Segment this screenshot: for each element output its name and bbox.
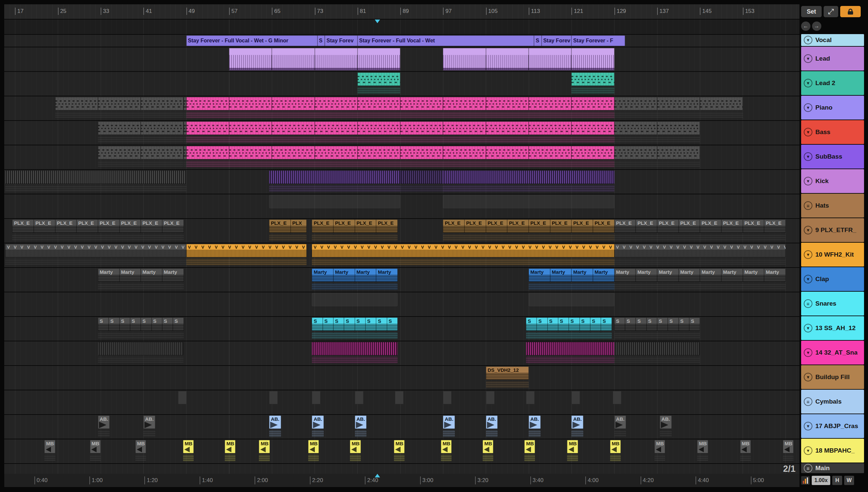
clip[interactable]: PLX_E — [12, 220, 34, 233]
track-header-10-wfh2-kit[interactable]: ▾10 WFH2_Kit — [801, 243, 864, 267]
clip[interactable] — [184, 146, 187, 159]
fold-chevron-icon[interactable]: ▾ — [804, 446, 812, 455]
clip[interactable]: PLX_E — [76, 220, 98, 233]
clip[interactable] — [141, 122, 183, 135]
time-ruler[interactable]: 0:401:001:201:402:002:202:403:003:203:40… — [4, 474, 799, 487]
clip[interactable] — [269, 171, 400, 184]
clip[interactable]: Marty — [721, 269, 743, 282]
clip[interactable]: S — [141, 318, 151, 331]
clip[interactable] — [614, 122, 657, 135]
clip[interactable] — [400, 122, 443, 135]
clip[interactable]: PLX_E — [571, 220, 593, 233]
fold-chevron-icon[interactable]: ▾ — [804, 128, 812, 137]
track-header-lead-2[interactable]: ▾Lead 2 — [801, 71, 864, 95]
lock-button[interactable] — [840, 6, 861, 17]
clip[interactable] — [269, 195, 400, 208]
clip[interactable]: AB. — [312, 416, 324, 429]
clip[interactable] — [400, 171, 443, 184]
clip[interactable]: PLX_E — [657, 220, 679, 233]
forward-arrow-button[interactable]: → — [812, 22, 821, 31]
clip[interactable] — [400, 146, 443, 159]
clip[interactable] — [357, 122, 400, 135]
insert-marker-bottom[interactable] — [375, 474, 380, 477]
clip[interactable]: S — [657, 318, 668, 331]
clip[interactable] — [486, 122, 529, 135]
clip[interactable]: Marty — [529, 269, 550, 282]
clip[interactable] — [700, 97, 743, 110]
zoom-level[interactable]: 1.00x — [812, 476, 830, 485]
clip[interactable]: V V V V V V V V V V V V V V V V V V V V … — [5, 244, 186, 257]
clip[interactable] — [187, 146, 229, 159]
clip[interactable] — [272, 97, 315, 110]
fold-chevron-icon[interactable]: ▾ — [804, 275, 812, 284]
clip[interactable]: Marty — [162, 269, 184, 282]
clip[interactable]: AB. — [443, 416, 455, 429]
track-header-lead[interactable]: ▾Lead — [801, 47, 864, 71]
clip[interactable] — [187, 97, 229, 110]
clip[interactable]: PLX_E — [98, 220, 120, 233]
clip[interactable]: S — [668, 318, 678, 331]
clip[interactable] — [315, 146, 357, 159]
clip[interactable] — [526, 342, 614, 355]
clip[interactable] — [529, 97, 571, 110]
clip[interactable]: S — [679, 318, 689, 331]
fold-chevron-icon[interactable]: ▾ — [804, 79, 812, 88]
bar-ruler[interactable]: 1725334149576573818997105113121129137145… — [4, 4, 799, 19]
clip[interactable]: S — [173, 318, 183, 331]
clip[interactable]: PLX_E — [593, 220, 614, 233]
clip[interactable]: S — [558, 318, 569, 331]
track-header-13-ss-ah-12[interactable]: ▾13 SS_AH_12 — [801, 316, 864, 340]
clip[interactable]: S — [387, 318, 398, 331]
width-zoom-button[interactable]: W — [844, 476, 854, 485]
clip[interactable]: S — [108, 318, 119, 331]
clip[interactable] — [315, 48, 357, 71]
clip[interactable]: Marty — [593, 269, 614, 282]
clip[interactable]: S — [601, 318, 612, 331]
clip[interactable] — [184, 97, 187, 110]
clip[interactable]: PLX_E — [120, 220, 141, 233]
clip[interactable]: PLX_E — [34, 220, 55, 233]
clip[interactable]: PLX_E — [700, 220, 721, 233]
clip[interactable]: Marty — [312, 269, 333, 282]
clip[interactable]: MBP — [483, 440, 493, 453]
group-fold-icon[interactable]: ≡ — [804, 299, 812, 308]
clip[interactable]: MBP — [394, 440, 404, 453]
track-header-bass[interactable]: ▾Bass — [801, 120, 864, 144]
fold-chevron-icon[interactable]: ▾ — [804, 422, 812, 430]
clip[interactable] — [486, 97, 529, 110]
clip[interactable] — [571, 97, 614, 110]
clip[interactable]: MBP — [441, 440, 451, 453]
clip[interactable] — [395, 391, 403, 404]
clip[interactable] — [614, 97, 657, 110]
clip[interactable] — [614, 146, 657, 159]
insert-marker-top[interactable] — [375, 20, 380, 23]
clip[interactable] — [229, 146, 272, 159]
clip[interactable]: S — [548, 318, 558, 331]
clip[interactable] — [486, 146, 529, 159]
clip[interactable] — [229, 97, 272, 110]
clip[interactable]: AB. — [529, 416, 541, 429]
clip[interactable] — [98, 122, 141, 135]
track-header-vocal[interactable]: ▾Vocal — [801, 34, 864, 46]
clip[interactable]: Marty — [120, 269, 141, 282]
track-header-9-plx-etfr[interactable]: ▾9 PLX_ETFR_ — [801, 218, 864, 242]
clip[interactable] — [443, 97, 486, 110]
track-header-18-mbpahc[interactable]: ▾18 MBPAHC_ — [801, 439, 864, 463]
clip[interactable] — [443, 195, 614, 208]
track-header-main[interactable]: ≡Main — [801, 463, 864, 473]
clip[interactable]: AB. — [98, 416, 110, 429]
clip[interactable]: S — [323, 318, 333, 331]
clip[interactable] — [571, 122, 614, 135]
set-button[interactable]: Set — [801, 6, 822, 17]
fold-chevron-icon[interactable]: ▾ — [804, 250, 812, 259]
clip[interactable]: Marty — [614, 269, 636, 282]
clip[interactable]: PLX_E — [614, 220, 636, 233]
clip[interactable]: PLX_E — [764, 220, 786, 233]
clip[interactable]: MBP — [350, 440, 361, 453]
clip[interactable] — [526, 391, 535, 404]
clip[interactable] — [141, 146, 183, 159]
group-fold-icon[interactable]: ≡ — [804, 464, 812, 472]
clip[interactable]: S — [120, 318, 130, 331]
clip[interactable]: PLX_E — [269, 220, 291, 233]
clip[interactable]: Marty — [743, 269, 764, 282]
